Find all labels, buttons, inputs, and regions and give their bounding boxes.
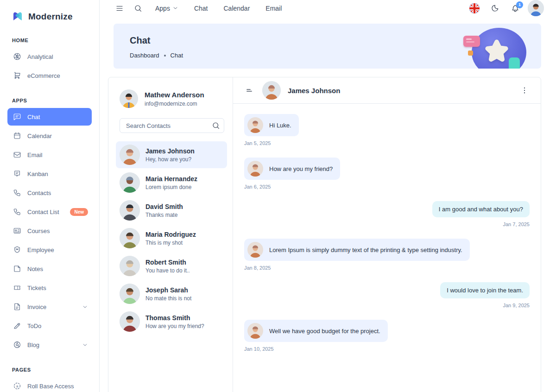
chat-panel: James Johnson Hi Luke. Jan 5, 2025 [233,77,541,392]
sidebar-section-pages: PAGES [0,355,99,377]
message-date: Jan 6, 2025 [244,184,530,190]
contact-item-thomas-smith[interactable]: Thomas SmithHow are you my friend? [116,308,227,335]
id-card-icon [13,227,21,235]
incoming-message-bubble: Lorem Ipsum is simply dummy text of the … [244,239,470,261]
search-contacts-input[interactable] [120,118,224,133]
sidebar-item-label: Kanban [27,171,48,177]
sidebar-item-notes[interactable]: Notes [7,260,92,278]
nav-link-email[interactable]: Email [259,1,288,16]
aperture-icon [13,52,21,61]
contacts-panel: Mathew Anderson info@modernize.com James… [108,77,233,392]
notifications-bell-icon[interactable]: 1 [507,0,523,16]
sidebar-item-employee[interactable]: Employee [7,241,92,259]
message-date: Jan 7, 2025 [503,221,530,227]
avatar [247,161,263,177]
dark-mode-moon-icon[interactable] [487,0,503,16]
cart-icon [13,71,21,80]
sidebar-item-label: Employee [27,247,54,253]
nav-link-chat[interactable]: Chat [188,1,215,16]
new-badge: New [70,208,88,216]
more-options-icon[interactable] [518,83,531,97]
sidebar-item-label: Email [27,152,43,158]
top-navbar: Apps Chat Calendar Email 1 [100,0,556,16]
banner-illustration [461,24,531,69]
message-group: Lorem Ipsum is simply dummy text of the … [244,239,530,271]
sidebar-item-analytical[interactable]: Analytical [7,48,92,65]
sidebar-item-tickets[interactable]: Tickets [7,279,92,297]
contact-last-message: Thanks mate [145,212,183,218]
message-group: I would love to join the team. Jan 9, 20… [244,282,530,308]
sidebar-item-todo[interactable]: ToDo [7,317,92,335]
avatar [120,256,140,276]
orange-square-shape [468,51,473,56]
contact-name: Thomas Smith [145,314,204,322]
outgoing-message-bubble: I would love to join the team. [440,282,530,298]
language-flag-icon[interactable] [467,0,482,16]
contact-list: James JohnsonHey, how are you? Maria Her… [116,141,227,335]
contacts-search [120,118,224,133]
contact-item-maria-rodriguez[interactable]: Maria RodriguezThis is my shot [116,225,227,252]
toggle-sidebar-icon[interactable] [243,82,255,98]
sidebar-item-roll-base-access[interactable]: a Roll Base Access [7,377,92,392]
phone-icon [13,189,21,197]
message-group: I am good and what about you? Jan 7, 202… [244,201,530,227]
current-user-name: Mathew Anderson [145,91,204,99]
sidebar-item-label: eCommerce [27,72,60,79]
sidebar-item-label: Roll Base Access [27,383,74,390]
chevron-down-icon [82,342,88,348]
contact-item-joseph-sarah[interactable]: Joseph SarahNo mate this is not [116,280,227,307]
avatar [247,117,263,133]
incoming-message-bubble: How are you my friend? [244,158,340,180]
file-icon [13,303,21,311]
contact-item-robert-smith[interactable]: Robert SmithYou have to do it.. [116,253,227,279]
contact-item-maria-hernandez[interactable]: Maria HernandezLorem ipsum done [116,169,227,196]
contact-last-message: How are you my friend? [145,323,204,329]
sidebar-item-ecommerce[interactable]: eCommerce [7,67,92,84]
contact-name: Maria Rodriguez [145,231,196,238]
avatar [120,228,140,248]
svg-text:a: a [16,384,19,388]
sidebar-item-calendar[interactable]: Calendar [7,127,92,145]
sidebar-item-courses[interactable]: Courses [7,222,92,240]
sidebar-item-contacts[interactable]: Contacts [7,184,92,202]
avatar [120,172,140,193]
ticket-icon [13,284,21,292]
nav-link-calendar[interactable]: Calendar [217,1,257,16]
contact-last-message: This is my shot [145,240,196,246]
contact-name: Joseph Sarah [145,286,191,294]
message-text: I am good and what about you? [439,206,523,213]
breadcrumb-current: Chat [171,52,183,59]
note-icon [13,265,21,273]
nav-apps-dropdown[interactable]: Apps [149,1,185,16]
user-avatar[interactable] [528,0,544,16]
breadcrumb-dashboard[interactable]: Dashboard [130,52,159,59]
sidebar-item-email[interactable]: Email [7,146,92,164]
contact-last-message: No mate this is not [145,295,191,302]
sidebar-item-blog[interactable]: Blog [7,336,92,354]
avatar [120,89,138,108]
sidebar-item-label: Chat [27,114,40,120]
sidebar-item-contact-list[interactable]: Contact List New [7,203,92,221]
contact-item-david-smith[interactable]: David SmithThanks mate [116,197,227,224]
brand-logo[interactable]: Modernize [0,0,99,25]
message-text: I would love to join the team. [447,287,523,294]
message-group: Well we have good budget for the project… [244,320,530,352]
contact-item-james-johnson[interactable]: James JohnsonHey, how are you? [116,141,227,168]
search-icon[interactable] [130,0,146,16]
incoming-message-bubble: Well we have good budget for the project… [244,320,388,342]
kanban-icon [13,170,21,178]
contact-name: David Smith [145,203,183,210]
sidebar-item-kanban[interactable]: Kanban [7,165,92,183]
sidebar-item-invoice[interactable]: Invoice [7,298,92,316]
sidebar-item-label: Invoice [27,303,46,310]
message-date: Jan 8, 2025 [244,265,530,271]
message-group: How are you my friend? Jan 6, 2025 [244,158,530,190]
hamburger-menu-icon[interactable] [112,0,127,16]
sidebar-section-home: HOME [0,25,99,48]
search-icon[interactable] [212,121,220,131]
sidebar-nav: HOME Analytical eCommerce APPS Chat Cale… [0,25,99,392]
chevron-down-icon [82,304,88,310]
sidebar-item-label: Tickets [27,285,46,291]
sidebar-item-chat[interactable]: Chat [7,108,92,126]
pink-card-shape [463,36,480,47]
